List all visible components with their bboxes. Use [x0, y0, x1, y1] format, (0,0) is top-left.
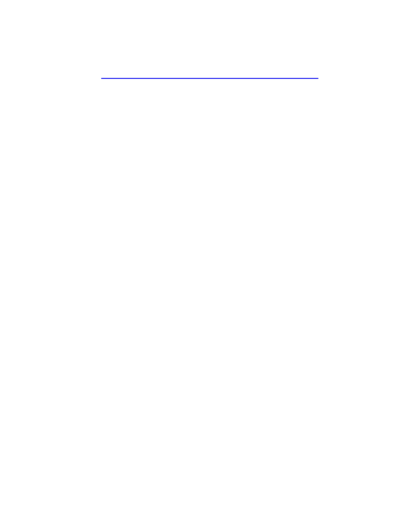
- horizontal-divider-line: [101, 78, 318, 79]
